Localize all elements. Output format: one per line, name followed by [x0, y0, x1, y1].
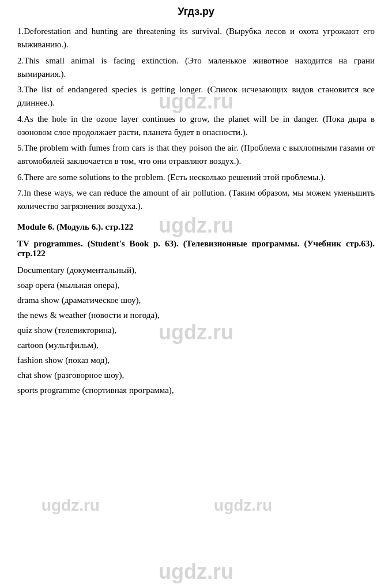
sentence-7-text: 7.In these ways, we can reduce the amoun…: [17, 188, 375, 211]
sentence-6: 6.There are some solutions to the proble…: [17, 171, 375, 184]
watermark-6: ugdz.ru: [159, 560, 233, 584]
sentence-5-text: 5.The problem with fumes from cars is th…: [17, 143, 375, 166]
sentence-1-text: 1.Deforestation and hunting are threaten…: [17, 27, 375, 49]
watermark-5: ugdz.ru: [214, 496, 272, 515]
sentences-block: 1.Deforestation and hunting are threaten…: [17, 25, 375, 213]
tv-item-5: cartoon (мультфильм),: [17, 338, 375, 352]
sentence-4: 4.As the hole in the ozone layer continu…: [17, 113, 375, 140]
tv-item-3: the news & weather (новости и погода),: [17, 308, 375, 322]
tv-item-6: fashion show (показ мод),: [17, 353, 375, 367]
sentence-1: 1.Deforestation and hunting are threaten…: [17, 25, 375, 52]
sentence-6-text: 6.There are some solutions to the proble…: [17, 173, 326, 182]
watermark-4: ugdz.ru: [42, 496, 100, 515]
sentence-4-text: 4.As the hole in the ozone layer continu…: [17, 114, 375, 137]
tv-item-0: Documentary (документальный),: [17, 263, 375, 277]
tv-item-7: chat show (разговорное шоу),: [17, 368, 375, 382]
sentence-3: 3.The list of endangered species is gett…: [17, 83, 375, 110]
tv-list: Documentary (документальный), soap opera…: [17, 263, 375, 397]
module-heading: Module 6. (Модуль 6.). стр.122: [17, 222, 375, 232]
sentence-5: 5.The problem with fumes from cars is th…: [17, 141, 375, 169]
sentence-2-text: 2.This small animal is facing extinction…: [17, 56, 375, 78]
sentence-3-text: 3.The list of endangered species is gett…: [17, 85, 375, 107]
page-container: Угдз.ру 1.Deforestation and hunting are …: [0, 0, 392, 584]
sentence-7: 7.In these ways, we can reduce the amoun…: [17, 186, 375, 214]
sentence-2: 2.This small animal is facing extinction…: [17, 54, 375, 81]
tv-heading: TV programmes. (Student's Book p. 63). (…: [17, 239, 375, 259]
tv-item-8: sports programme (спортивная программа),: [17, 383, 375, 397]
site-title: Угдз.ру: [17, 6, 375, 18]
tv-item-2: drama show (драматическое шоу),: [17, 293, 375, 307]
tv-item-4: quiz show (телевикторина),: [17, 323, 375, 337]
tv-item-1: soap opera (мыльная опера),: [17, 278, 375, 292]
